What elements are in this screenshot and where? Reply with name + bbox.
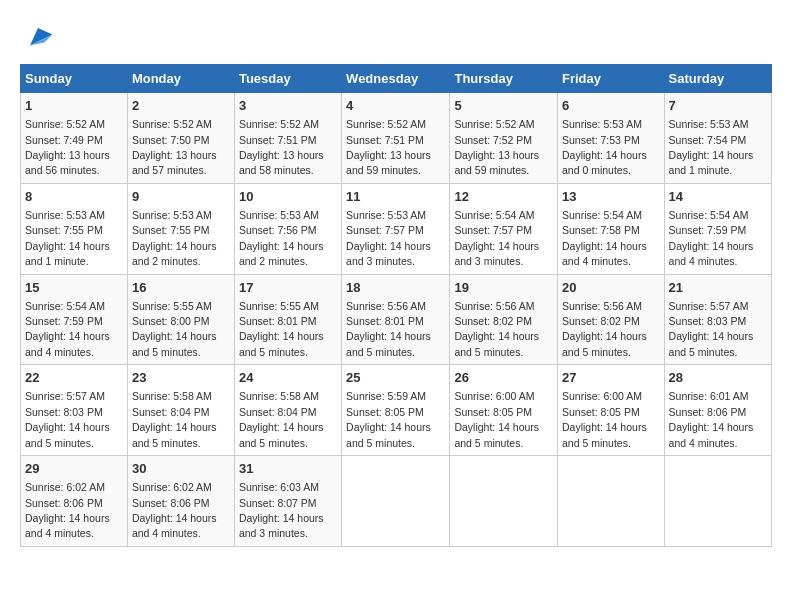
day-info: Sunrise: 5:53 AMSunset: 7:53 PMDaylight:… <box>562 118 647 176</box>
day-info: Sunrise: 5:56 AMSunset: 8:01 PMDaylight:… <box>346 300 431 358</box>
day-number: 15 <box>25 279 123 297</box>
day-number: 24 <box>239 369 337 387</box>
day-cell: 22Sunrise: 5:57 AMSunset: 8:03 PMDayligh… <box>21 365 128 456</box>
day-info: Sunrise: 5:54 AMSunset: 7:58 PMDaylight:… <box>562 209 647 267</box>
day-cell: 21Sunrise: 5:57 AMSunset: 8:03 PMDayligh… <box>664 274 771 365</box>
day-info: Sunrise: 5:52 AMSunset: 7:52 PMDaylight:… <box>454 118 539 176</box>
day-cell <box>450 456 558 547</box>
day-number: 21 <box>669 279 767 297</box>
day-number: 2 <box>132 97 230 115</box>
day-info: Sunrise: 5:52 AMSunset: 7:51 PMDaylight:… <box>346 118 431 176</box>
header-saturday: Saturday <box>664 65 771 93</box>
day-cell: 6Sunrise: 5:53 AMSunset: 7:53 PMDaylight… <box>558 93 665 184</box>
day-number: 31 <box>239 460 337 478</box>
day-info: Sunrise: 5:53 AMSunset: 7:55 PMDaylight:… <box>25 209 110 267</box>
day-info: Sunrise: 5:57 AMSunset: 8:03 PMDaylight:… <box>25 390 110 448</box>
day-number: 11 <box>346 188 445 206</box>
week-row-5: 29Sunrise: 6:02 AMSunset: 8:06 PMDayligh… <box>21 456 772 547</box>
day-number: 13 <box>562 188 660 206</box>
day-info: Sunrise: 5:58 AMSunset: 8:04 PMDaylight:… <box>132 390 217 448</box>
day-info: Sunrise: 5:55 AMSunset: 8:00 PMDaylight:… <box>132 300 217 358</box>
day-info: Sunrise: 5:53 AMSunset: 7:55 PMDaylight:… <box>132 209 217 267</box>
day-number: 4 <box>346 97 445 115</box>
day-number: 10 <box>239 188 337 206</box>
day-number: 22 <box>25 369 123 387</box>
day-number: 16 <box>132 279 230 297</box>
day-number: 9 <box>132 188 230 206</box>
day-cell: 12Sunrise: 5:54 AMSunset: 7:57 PMDayligh… <box>450 183 558 274</box>
calendar-table: SundayMondayTuesdayWednesdayThursdayFrid… <box>20 64 772 547</box>
day-cell: 24Sunrise: 5:58 AMSunset: 8:04 PMDayligh… <box>234 365 341 456</box>
day-number: 17 <box>239 279 337 297</box>
day-cell: 9Sunrise: 5:53 AMSunset: 7:55 PMDaylight… <box>127 183 234 274</box>
top-row <box>20 20 772 56</box>
day-cell: 1Sunrise: 5:52 AMSunset: 7:49 PMDaylight… <box>21 93 128 184</box>
day-cell: 20Sunrise: 5:56 AMSunset: 8:02 PMDayligh… <box>558 274 665 365</box>
day-cell: 16Sunrise: 5:55 AMSunset: 8:00 PMDayligh… <box>127 274 234 365</box>
day-cell: 3Sunrise: 5:52 AMSunset: 7:51 PMDaylight… <box>234 93 341 184</box>
day-number: 8 <box>25 188 123 206</box>
day-number: 18 <box>346 279 445 297</box>
day-number: 29 <box>25 460 123 478</box>
day-number: 20 <box>562 279 660 297</box>
day-info: Sunrise: 5:52 AMSunset: 7:51 PMDaylight:… <box>239 118 324 176</box>
header-thursday: Thursday <box>450 65 558 93</box>
day-info: Sunrise: 5:56 AMSunset: 8:02 PMDaylight:… <box>454 300 539 358</box>
day-cell: 7Sunrise: 5:53 AMSunset: 7:54 PMDaylight… <box>664 93 771 184</box>
day-cell: 5Sunrise: 5:52 AMSunset: 7:52 PMDaylight… <box>450 93 558 184</box>
day-cell: 26Sunrise: 6:00 AMSunset: 8:05 PMDayligh… <box>450 365 558 456</box>
header-wednesday: Wednesday <box>342 65 450 93</box>
day-cell: 19Sunrise: 5:56 AMSunset: 8:02 PMDayligh… <box>450 274 558 365</box>
day-number: 12 <box>454 188 553 206</box>
day-info: Sunrise: 5:59 AMSunset: 8:05 PMDaylight:… <box>346 390 431 448</box>
day-info: Sunrise: 5:52 AMSunset: 7:50 PMDaylight:… <box>132 118 217 176</box>
day-info: Sunrise: 5:54 AMSunset: 7:59 PMDaylight:… <box>25 300 110 358</box>
day-cell <box>342 456 450 547</box>
day-info: Sunrise: 5:55 AMSunset: 8:01 PMDaylight:… <box>239 300 324 358</box>
day-info: Sunrise: 6:00 AMSunset: 8:05 PMDaylight:… <box>454 390 539 448</box>
day-info: Sunrise: 5:56 AMSunset: 8:02 PMDaylight:… <box>562 300 647 358</box>
day-number: 28 <box>669 369 767 387</box>
day-info: Sunrise: 5:58 AMSunset: 8:04 PMDaylight:… <box>239 390 324 448</box>
day-number: 25 <box>346 369 445 387</box>
week-row-2: 8Sunrise: 5:53 AMSunset: 7:55 PMDaylight… <box>21 183 772 274</box>
day-cell: 2Sunrise: 5:52 AMSunset: 7:50 PMDaylight… <box>127 93 234 184</box>
day-info: Sunrise: 5:53 AMSunset: 7:54 PMDaylight:… <box>669 118 754 176</box>
day-info: Sunrise: 6:00 AMSunset: 8:05 PMDaylight:… <box>562 390 647 448</box>
day-cell: 13Sunrise: 5:54 AMSunset: 7:58 PMDayligh… <box>558 183 665 274</box>
day-number: 5 <box>454 97 553 115</box>
day-cell: 18Sunrise: 5:56 AMSunset: 8:01 PMDayligh… <box>342 274 450 365</box>
day-info: Sunrise: 5:54 AMSunset: 7:57 PMDaylight:… <box>454 209 539 267</box>
header-row: SundayMondayTuesdayWednesdayThursdayFrid… <box>21 65 772 93</box>
week-row-3: 15Sunrise: 5:54 AMSunset: 7:59 PMDayligh… <box>21 274 772 365</box>
day-cell: 23Sunrise: 5:58 AMSunset: 8:04 PMDayligh… <box>127 365 234 456</box>
day-info: Sunrise: 6:03 AMSunset: 8:07 PMDaylight:… <box>239 481 324 539</box>
header-sunday: Sunday <box>21 65 128 93</box>
day-number: 27 <box>562 369 660 387</box>
week-row-1: 1Sunrise: 5:52 AMSunset: 7:49 PMDaylight… <box>21 93 772 184</box>
day-cell: 10Sunrise: 5:53 AMSunset: 7:56 PMDayligh… <box>234 183 341 274</box>
day-info: Sunrise: 5:52 AMSunset: 7:49 PMDaylight:… <box>25 118 110 176</box>
day-cell: 17Sunrise: 5:55 AMSunset: 8:01 PMDayligh… <box>234 274 341 365</box>
day-cell: 15Sunrise: 5:54 AMSunset: 7:59 PMDayligh… <box>21 274 128 365</box>
day-info: Sunrise: 5:57 AMSunset: 8:03 PMDaylight:… <box>669 300 754 358</box>
day-number: 19 <box>454 279 553 297</box>
day-cell <box>664 456 771 547</box>
day-number: 7 <box>669 97 767 115</box>
day-number: 26 <box>454 369 553 387</box>
day-number: 23 <box>132 369 230 387</box>
day-cell: 14Sunrise: 5:54 AMSunset: 7:59 PMDayligh… <box>664 183 771 274</box>
day-info: Sunrise: 5:53 AMSunset: 7:57 PMDaylight:… <box>346 209 431 267</box>
day-number: 6 <box>562 97 660 115</box>
day-cell: 31Sunrise: 6:03 AMSunset: 8:07 PMDayligh… <box>234 456 341 547</box>
day-number: 1 <box>25 97 123 115</box>
day-number: 30 <box>132 460 230 478</box>
day-info: Sunrise: 6:02 AMSunset: 8:06 PMDaylight:… <box>25 481 110 539</box>
day-number: 14 <box>669 188 767 206</box>
day-cell <box>558 456 665 547</box>
day-cell: 30Sunrise: 6:02 AMSunset: 8:06 PMDayligh… <box>127 456 234 547</box>
day-info: Sunrise: 5:53 AMSunset: 7:56 PMDaylight:… <box>239 209 324 267</box>
day-cell: 28Sunrise: 6:01 AMSunset: 8:06 PMDayligh… <box>664 365 771 456</box>
day-cell: 25Sunrise: 5:59 AMSunset: 8:05 PMDayligh… <box>342 365 450 456</box>
header-monday: Monday <box>127 65 234 93</box>
